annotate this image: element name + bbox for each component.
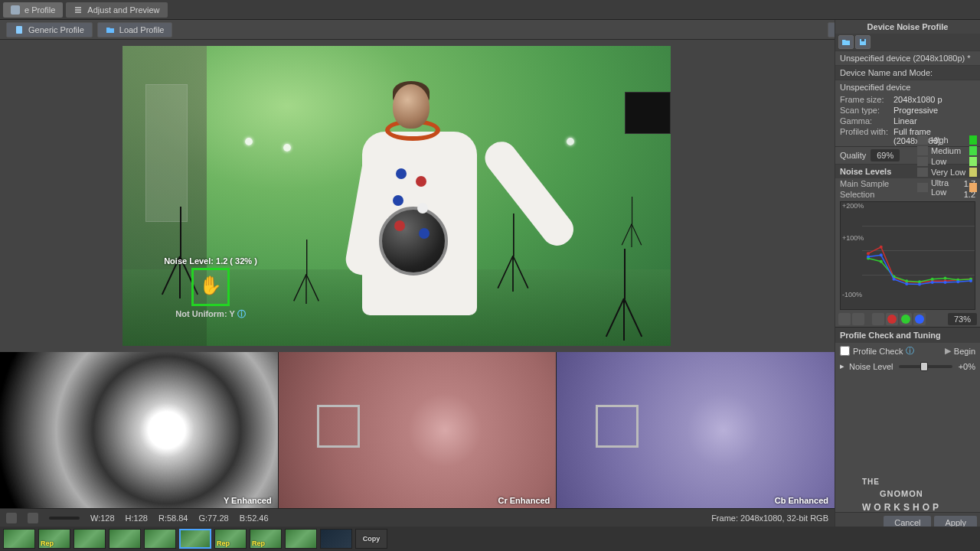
scantype-label: Scan type: — [840, 106, 893, 115]
panel-title: Device Noise Profile — [835, 20, 980, 34]
status-w: W:128 — [90, 514, 115, 523]
framesize-value: 2048x1080 p — [893, 95, 975, 104]
save-profile-icon[interactable] — [855, 35, 871, 49]
status-frame: Frame: 2048x1080, 32-bit RGB — [711, 514, 828, 523]
channel-y[interactable]: Y Enhanced — [0, 352, 279, 508]
svg-point-33 — [931, 281, 934, 284]
thumb-frame[interactable]: Rep — [250, 529, 282, 549]
info-icon[interactable]: ⓘ — [906, 345, 914, 357]
tab-label: Adjust and Preview — [87, 5, 159, 15]
svg-point-10 — [867, 252, 870, 255]
noiselevel-slider-value: +0% — [959, 362, 975, 371]
sliders-icon — [74, 5, 83, 15]
begin-button[interactable]: Begin — [954, 347, 975, 356]
folder-open-icon — [106, 25, 115, 34]
thumb-frame[interactable]: Rep — [214, 529, 247, 549]
svg-point-20 — [880, 260, 883, 263]
hand-cursor-icon: ✋ — [199, 275, 222, 296]
svg-rect-1 — [16, 26, 22, 34]
thumb-frame[interactable] — [3, 529, 35, 549]
gamma-label: Gamma: — [840, 116, 893, 126]
zoom-slider[interactable] — [49, 517, 80, 520]
noiselevel-slider-label: Noise Level — [849, 362, 893, 371]
selection-rectangle[interactable]: ✋ — [191, 268, 230, 306]
section-tuning: Profile Check and Tuning — [835, 327, 980, 343]
status-r: R:58.84 — [158, 514, 188, 523]
svg-rect-9 — [861, 39, 864, 41]
svg-point-22 — [905, 279, 908, 282]
scantype-value: Progressive — [893, 106, 975, 115]
svg-point-29 — [880, 253, 883, 256]
noiselevel-slider[interactable] — [899, 365, 952, 368]
channel-label: Cb Enhanced — [775, 496, 828, 505]
svg-point-36 — [969, 279, 972, 282]
toolbar: Generic Profile Load Profile Profile Che… — [0, 20, 980, 40]
thumb-copy[interactable]: Copy — [355, 529, 387, 549]
chart-zoom-value: 73% — [948, 313, 977, 325]
status-g: G:77.28 — [198, 514, 228, 523]
top-tabbar: e Profile Adjust and Preview — [0, 0, 980, 20]
status-h: H:128 — [126, 514, 148, 523]
channel-label: Cr Enhanced — [498, 496, 550, 505]
generic-profile-button[interactable]: Generic Profile — [6, 22, 93, 37]
quality-value: 69% — [871, 149, 900, 161]
svg-point-30 — [893, 278, 896, 281]
thumb-frame[interactable] — [144, 529, 176, 549]
channel-cb[interactable]: Cb Enhanced — [557, 352, 835, 508]
noise-sample-selection[interactable]: Noise Level: 1.2 ( 32% ) ✋ Not Uniform: … — [126, 256, 295, 320]
tab-adjust-preview[interactable]: Adjust and Preview — [66, 2, 167, 18]
svg-point-32 — [918, 283, 921, 286]
noise-chart[interactable]: +200% +100% -100% — [840, 201, 975, 310]
channel-cr[interactable]: Cr Enhanced — [279, 352, 557, 508]
thumb-frame[interactable] — [109, 529, 141, 549]
quality-legend: High Medium Low Very Low Ultra Low — [917, 135, 977, 197]
channel-cb-toggle[interactable] — [915, 315, 924, 324]
svg-rect-0 — [11, 5, 20, 15]
profile-check-checkbox[interactable] — [840, 346, 850, 356]
channel-cr-toggle[interactable] — [901, 315, 910, 324]
profile-icon — [11, 5, 20, 15]
right-panel: Device Noise Profile Unspecified device … — [835, 20, 980, 533]
chart-mode-1-icon[interactable] — [838, 313, 851, 325]
chart-mode-2-icon[interactable] — [852, 313, 864, 325]
tab-label: e Profile — [24, 5, 55, 15]
hand-tool-icon[interactable] — [6, 513, 17, 523]
profiledwith-label: Profiled with: — [840, 127, 893, 145]
section-device-name: Device Name and Mode: — [835, 65, 980, 80]
svg-point-35 — [956, 280, 959, 283]
channel-selection-box[interactable] — [317, 405, 360, 448]
thumb-frame[interactable]: Rep — [38, 529, 70, 549]
status-bar: W:128 H:128 R:58.84 G:77.28 B:52.46 Fram… — [0, 508, 835, 527]
selection-label: Selection — [840, 190, 893, 199]
open-profile-icon[interactable] — [838, 35, 854, 49]
device-line: Unspecified device (2048x1080p) * — [835, 51, 980, 65]
channel-selection-box[interactable] — [596, 405, 639, 448]
mainsample-label: Main Sample — [840, 179, 893, 188]
svg-point-28 — [867, 255, 870, 258]
chart-toolbar: 73% — [835, 311, 980, 327]
svg-point-34 — [944, 281, 947, 284]
chart-svg — [862, 202, 977, 298]
thumb-frame-selected[interactable] — [179, 529, 211, 549]
thumb-frame[interactable] — [285, 529, 317, 549]
quality-label: Quality — [840, 151, 866, 160]
thumb-frame[interactable] — [74, 529, 106, 549]
monitor-prop — [625, 92, 671, 134]
profile-io-icons — [835, 34, 980, 51]
astronaut-subject — [348, 84, 494, 344]
button-label: Generic Profile — [28, 25, 84, 34]
svg-point-24 — [931, 278, 934, 281]
noise-level-label: Noise Level: 1.2 ( 32% ) — [126, 256, 295, 266]
channel-y-toggle[interactable] — [887, 315, 897, 324]
tab-device-profile[interactable]: e Profile — [3, 2, 63, 18]
thumb-frame[interactable] — [320, 529, 352, 549]
load-profile-button[interactable]: Load Profile — [97, 22, 173, 37]
zoom-tool-icon[interactable] — [28, 513, 38, 523]
svg-point-31 — [905, 282, 908, 285]
gamma-value: Linear — [893, 116, 975, 126]
chart-mode-3-icon[interactable] — [872, 313, 884, 325]
svg-point-25 — [944, 277, 947, 280]
profile-check-label: Profile Check — [853, 347, 903, 356]
expand-icon[interactable]: ▸ — [840, 361, 846, 371]
preview-viewport[interactable]: Noise Level: 1.2 ( 32% ) ✋ Not Uniform: … — [122, 46, 671, 346]
